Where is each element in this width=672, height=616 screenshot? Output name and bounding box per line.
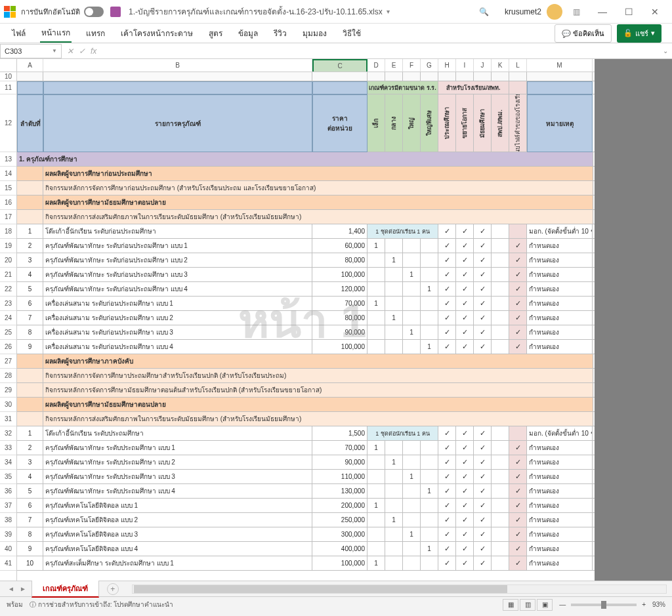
cell[interactable]: โต๊ะเก้าอี้นักเรียน ระดับก่อนประถมศึกษา [43, 224, 312, 239]
close-button[interactable]: ✕ [642, 3, 668, 21]
cell[interactable]: ใหญ่ [403, 94, 421, 152]
cell[interactable]: กำหนดเอง [527, 441, 593, 455]
cell[interactable]: ✓ [474, 513, 492, 527]
cell[interactable]: 200,000 [312, 499, 368, 513]
row-header[interactable]: 11 [0, 81, 16, 94]
ribbon-tab[interactable]: แทรก [85, 24, 106, 42]
cell[interactable] [421, 441, 438, 455]
cell[interactable]: ✓ [509, 311, 527, 325]
zoom-out-button[interactable]: — [559, 601, 566, 608]
cell[interactable] [421, 499, 438, 513]
cell[interactable]: ผลผลิตผู้จบการศึกษาภาคบังคับ [43, 354, 593, 369]
cell[interactable] [368, 527, 385, 542]
cell[interactable] [17, 210, 43, 224]
row-header[interactable]: 10 [0, 72, 16, 81]
cell[interactable]: 4 [17, 268, 43, 282]
cell[interactable]: ✓ [509, 542, 527, 556]
comments-button[interactable]: 💬 ข้อคิดเห็น [555, 24, 612, 43]
cell[interactable]: กิจกรรมหลักการส่งเสริมศักยภาพในการเรียนร… [43, 412, 593, 426]
cell[interactable] [492, 484, 509, 499]
cell[interactable]: ✓ [456, 542, 474, 556]
ribbon-tab[interactable]: หน้าแรก [40, 24, 72, 43]
zoom-level[interactable]: 93% [652, 601, 665, 608]
zoom-slider[interactable] [571, 604, 637, 606]
cell[interactable]: ✓ [438, 297, 456, 311]
column-header[interactable]: C [312, 59, 368, 72]
column-header[interactable]: K [492, 59, 509, 72]
cell[interactable] [403, 340, 421, 354]
ribbon-mode-icon[interactable]: ▥ [573, 7, 580, 16]
cell[interactable]: กำหนดเอง [527, 282, 593, 297]
cell[interactable]: 70,000 [312, 441, 368, 455]
add-sheet-button[interactable]: + [107, 583, 119, 595]
cell[interactable]: 10 [17, 556, 43, 571]
cell[interactable] [368, 311, 385, 325]
cell[interactable]: ✓ [438, 426, 456, 441]
cell[interactable]: มัธยมศึกษา [474, 94, 492, 152]
cell[interactable]: ✓ [456, 239, 474, 253]
cell[interactable]: 1 [368, 441, 385, 455]
cell[interactable]: 5 [17, 484, 43, 499]
cell[interactable]: ✓ [509, 340, 527, 354]
cell[interactable]: ✓ [474, 542, 492, 556]
cell[interactable]: 1 [421, 484, 438, 499]
row-header[interactable]: 21 [0, 268, 16, 282]
cell[interactable] [368, 253, 385, 268]
cell[interactable] [385, 282, 403, 297]
cell[interactable] [403, 311, 421, 325]
cell[interactable] [385, 470, 403, 484]
cell[interactable]: ✓ [438, 470, 456, 484]
cell[interactable] [509, 72, 527, 81]
cell[interactable]: ✓ [438, 556, 456, 571]
row-header[interactable]: 33 [0, 441, 16, 455]
cell[interactable]: 1 [385, 311, 403, 325]
row-header[interactable]: 12 [0, 94, 16, 152]
cell[interactable] [509, 224, 527, 239]
cell[interactable] [368, 455, 385, 470]
cell[interactable]: 1 [403, 527, 421, 542]
cell[interactable] [368, 470, 385, 484]
cell[interactable] [421, 253, 438, 268]
cell[interactable] [403, 72, 421, 81]
cell[interactable]: 120,000 [312, 282, 368, 297]
cell[interactable]: 1 ชุดต่อนักเรียน 1 คน [368, 224, 438, 239]
cell[interactable] [403, 542, 421, 556]
cancel-formula-icon[interactable]: ✕ [67, 47, 74, 56]
cell[interactable] [492, 239, 509, 253]
file-name[interactable]: 1.-บัญชีรายการครุภัณฑ์และเกณฑ์การขอจัดตั… [129, 5, 383, 18]
cell[interactable] [312, 81, 368, 94]
cell[interactable]: หมายเหตุ [527, 94, 593, 152]
cell[interactable]: ✓ [438, 513, 456, 527]
name-box[interactable]: C303▼ [0, 44, 62, 58]
column-header[interactable]: L [509, 59, 527, 72]
cell[interactable]: 1 [17, 224, 43, 239]
cell[interactable] [43, 81, 312, 94]
cell[interactable] [17, 369, 43, 383]
horizontal-scrollbar[interactable] [132, 585, 667, 594]
cell[interactable] [368, 72, 385, 81]
cell[interactable]: ✓ [438, 224, 456, 239]
cell[interactable] [492, 556, 509, 571]
cell[interactable]: กำหนดเอง [527, 253, 593, 268]
user-name[interactable]: krusumet2 [505, 7, 541, 16]
row-header[interactable]: 22 [0, 282, 16, 297]
cell[interactable] [492, 426, 509, 441]
cell[interactable]: ครุภัณฑ์พัฒนาทักษะ ระดับก่อนประถมศึกษา แ… [43, 282, 312, 297]
cell[interactable]: 1 [421, 542, 438, 556]
cell[interactable]: ผลผลิตผู้จบการศึกษาก่อนประถมศึกษา [43, 167, 593, 181]
cell[interactable]: ✓ [456, 253, 474, 268]
cell[interactable]: เครื่องเล่นสนาม ระดับก่อนประถมศึกษา แบบ … [43, 340, 312, 354]
cell[interactable]: ลำดับที่ [17, 94, 43, 152]
cell[interactable]: กำหนดเอง [527, 268, 593, 282]
cell[interactable] [421, 556, 438, 571]
cell[interactable] [368, 268, 385, 282]
row-header[interactable]: 26 [0, 340, 16, 354]
cell[interactable]: ✓ [456, 325, 474, 340]
cell[interactable] [421, 470, 438, 484]
cell[interactable]: กำหนดเอง [527, 556, 593, 571]
cell[interactable]: 1,500 [312, 426, 368, 441]
cell[interactable]: 80,000 [312, 253, 368, 268]
cell[interactable] [403, 297, 421, 311]
sheet-nav-prev-icon[interactable]: ◄ [5, 585, 17, 592]
cell[interactable]: ✓ [474, 239, 492, 253]
